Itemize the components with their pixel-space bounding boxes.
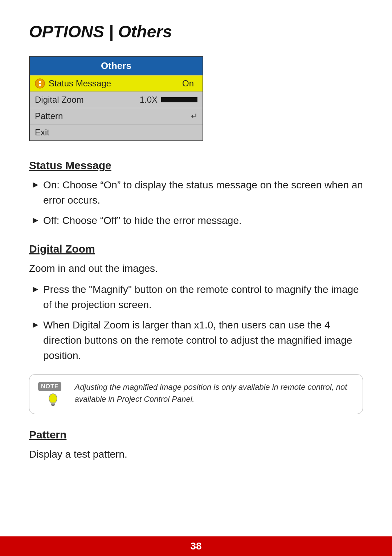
osd-row-pattern[interactable]: Pattern ↵ — [30, 108, 203, 124]
note-badge: NOTE — [38, 382, 61, 391]
note-icon-wrap: NOTE — [38, 381, 68, 407]
list-item: ▶ Press the "Magnify" button on the remo… — [33, 282, 363, 312]
osd-row-exit[interactable]: Exit — [30, 124, 203, 140]
note-text: Adjusting the magnified image position i… — [74, 381, 354, 405]
svg-rect-6 — [52, 405, 54, 406]
osd-menu-box: Others Status Message On Digital Zoom 1.… — [29, 56, 203, 141]
svg-point-0 — [35, 79, 45, 88]
bullet-text: Off: Choose “Off” to hide the error mess… — [43, 213, 242, 228]
svg-point-1 — [39, 81, 41, 83]
section-heading-status-message: Status Message — [29, 159, 363, 172]
bullet-text: On: Choose “On” to display the status me… — [43, 177, 363, 208]
osd-row-digital-zoom[interactable]: Digital Zoom 1.0X — [30, 91, 203, 108]
digital-zoom-intro: Zoom in and out the images. — [29, 261, 363, 276]
list-item: ▶ When Digital Zoom is larger than x1.0,… — [33, 318, 363, 363]
lightbulb-icon — [47, 393, 59, 407]
page-title: OPTIONS | Others — [29, 22, 363, 41]
status-message-icon — [35, 78, 45, 89]
svg-rect-4 — [51, 402, 55, 404]
bottom-bar: 38 — [0, 536, 392, 556]
osd-row-label-digital-zoom: Digital Zoom — [35, 95, 140, 105]
bullet-text: When Digital Zoom is larger than x1.0, t… — [43, 318, 363, 363]
section-heading-pattern: Pattern — [29, 429, 363, 441]
pattern-text: Display a test pattern. — [29, 447, 363, 462]
note-box: NOTE Adjusting the magnified image posit… — [29, 374, 363, 414]
osd-row-status-message[interactable]: Status Message On — [30, 75, 203, 91]
svg-point-3 — [49, 394, 57, 403]
status-message-bullets: ▶ On: Choose “On” to display the status … — [33, 177, 363, 228]
osd-row-label-status-message: Status Message — [49, 78, 182, 89]
bullet-text: Press the "Magnify" button on the remote… — [43, 282, 363, 312]
osd-row-enter-pattern: ↵ — [191, 111, 197, 121]
bullet-arrow-icon: ▶ — [33, 283, 38, 294]
osd-menu-header: Others — [30, 57, 203, 75]
osd-row-label-exit: Exit — [35, 127, 197, 138]
osd-row-bar-digital-zoom — [161, 97, 197, 102]
bullet-arrow-icon: ▶ — [33, 319, 38, 330]
bullet-arrow-icon: ▶ — [33, 214, 38, 225]
bullet-arrow-icon: ▶ — [33, 179, 38, 190]
list-item: ▶ Off: Choose “Off” to hide the error me… — [33, 213, 363, 228]
svg-rect-2 — [39, 84, 41, 86]
digital-zoom-bullets: ▶ Press the "Magnify" button on the remo… — [33, 282, 363, 363]
list-item: ▶ On: Choose “On” to display the status … — [33, 177, 363, 208]
section-heading-digital-zoom: Digital Zoom — [29, 243, 363, 255]
svg-rect-5 — [51, 404, 55, 405]
osd-row-label-pattern: Pattern — [35, 111, 191, 121]
page-number: 38 — [190, 540, 201, 552]
osd-row-value-digital-zoom: 1.0X — [140, 95, 158, 105]
osd-row-value-status-message: On — [182, 78, 194, 89]
